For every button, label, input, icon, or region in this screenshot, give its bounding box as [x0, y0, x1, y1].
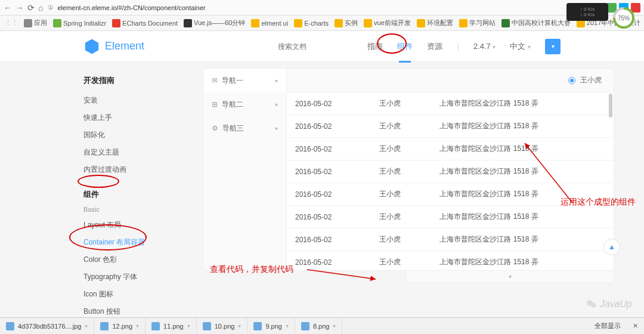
download-item[interactable]: 10.png▾	[197, 318, 248, 334]
expand-code-button[interactable]: ▾	[405, 271, 614, 283]
demo-container: ✉ 导航一▾⊞ 导航二▾⚙ 导航三▾ 王小虎 2016-05-02王小虎上海市普…	[203, 68, 614, 271]
svg-point-1	[591, 303, 596, 308]
sidebar-item[interactable]: Icon 图标	[83, 286, 203, 303]
aside-nav-item[interactable]: ⚙ 导航三▾	[203, 116, 286, 140]
chevron-down-icon: ▾	[275, 101, 278, 108]
url-text[interactable]: element-cn.eleme.io/#/zh-CN/component/co…	[57, 4, 205, 11]
sidebar-item[interactable]: 国际化	[83, 126, 203, 144]
url-info-icon[interactable]: ①	[48, 4, 54, 11]
sidebar-item[interactable]: Container 布局容器	[83, 234, 203, 251]
nav-icon: ⊞	[212, 100, 218, 109]
scrollbar-thumb[interactable]	[609, 94, 612, 117]
download-item[interactable]: 9.png▾	[247, 318, 295, 334]
table-row[interactable]: 2016-05-02王小虎上海市普陀区金沙江路 1518 弄	[287, 115, 614, 138]
chevron-down-icon: ▾	[275, 78, 278, 84]
bookmarks-bar: ⋮⋮应用Spring InitializrECharts DocumentVue…	[0, 16, 644, 31]
search-input[interactable]	[275, 38, 353, 55]
forward-button[interactable]: →	[16, 3, 24, 13]
bookmark-item[interactable]: 实例	[335, 18, 358, 27]
bookmark-item[interactable]: Spring Initializr	[53, 19, 106, 27]
download-item[interactable]: 8.png▾	[295, 318, 343, 334]
watermark: JavaUp	[586, 298, 632, 310]
table-row[interactable]: 2016-05-02王小虎上海市普陀区金沙江路 1518 弄	[287, 160, 614, 183]
table-row[interactable]: 2016-05-02王小虎上海市普陀区金沙江路 1518 弄	[287, 251, 614, 271]
theme-dropdown[interactable]: ▾	[545, 39, 561, 54]
lang-select[interactable]: 中文 ▾	[510, 39, 531, 54]
performance-badge[interactable]: 75%	[613, 7, 634, 29]
bookmark-item[interactable]: 中国高校计算机大赛	[501, 18, 571, 27]
aside-nav-item[interactable]: ✉ 导航一▾	[203, 69, 286, 92]
chevron-down-icon: ▾	[275, 125, 278, 132]
element-logo-icon	[83, 38, 100, 55]
sidebar-item[interactable]: Color 色彩	[83, 251, 203, 268]
sidebar-group-title: 组件	[83, 189, 203, 200]
bookmark-item[interactable]: elment ui	[251, 19, 288, 27]
file-icon	[151, 322, 160, 330]
file-icon	[100, 322, 109, 330]
site-header: Element 指南 组件 资源 | 2.4.7 ▾ 中文 ▾ ▾	[0, 31, 644, 62]
file-icon	[203, 322, 211, 330]
wechat-icon	[586, 298, 597, 310]
sidebar-item[interactable]: Typography 字体	[83, 268, 203, 286]
show-all-downloads[interactable]: 全部显示	[589, 321, 627, 330]
download-item[interactable]: 4d373bdb53176....jpg▾	[0, 318, 94, 334]
speed-widget: ↑ 0 K/s ↓ 0 K/s	[566, 3, 608, 21]
sidebar-item[interactable]: 快速上手	[83, 109, 203, 126]
file-icon	[253, 322, 262, 330]
user-label: 王小虎	[580, 75, 602, 85]
download-item[interactable]: 11.png▾	[145, 318, 197, 334]
nav-icon: ⚙	[212, 124, 218, 132]
downloads-bar: 4d373bdb53176....jpg▾12.png▾11.png▾10.pn…	[0, 317, 644, 334]
home-button[interactable]: ⌂	[38, 3, 43, 13]
sidebar-group-title: 开发指南	[83, 75, 203, 86]
bookmark-item[interactable]: 学习网站	[459, 18, 496, 27]
sidebar-item[interactable]: 自定义主题	[83, 144, 203, 161]
demo-aside-menu: ✉ 导航一▾⊞ 导航二▾⚙ 导航三▾	[203, 69, 287, 270]
file-icon	[301, 322, 309, 330]
bookmark-item[interactable]: E-charts	[294, 19, 329, 27]
bookmark-item[interactable]: ECharts Document	[112, 19, 178, 27]
demo-header: 王小虎	[287, 69, 614, 92]
reload-button[interactable]: ⟳	[27, 3, 35, 13]
radio-icon[interactable]	[568, 77, 575, 84]
bookmark-item[interactable]: Vue.js——60分钟	[184, 18, 245, 27]
scroll-top-button[interactable]: ▲	[603, 239, 620, 255]
table-row[interactable]: 2016-05-02王小虎上海市普陀区金沙江路 1518 弄	[287, 228, 614, 251]
version-select[interactable]: 2.4.7 ▾	[473, 39, 496, 53]
browser-toolbar: ← → ⟳ ⌂ ① element-cn.eleme.io/#/zh-CN/co…	[0, 0, 644, 16]
bookmark-item[interactable]: vue前端开发	[364, 18, 411, 27]
extension-icon[interactable]	[631, 3, 640, 13]
close-downloads-bar[interactable]: ✕	[627, 322, 644, 330]
table-row[interactable]: 2016-05-02王小虎上海市普陀区金沙江路 1518 弄	[287, 92, 614, 115]
nav-component[interactable]: 组件	[397, 39, 413, 54]
sidebar-item[interactable]: 安装	[83, 92, 203, 109]
bookmark-item[interactable]: 环境配置	[417, 18, 453, 27]
nav-resource[interactable]: 资源	[427, 39, 442, 54]
doc-sidebar: 开发指南 安装快速上手国际化自定义主题内置过渡动画 组件 Basic Layou…	[83, 62, 203, 330]
download-item[interactable]: 12.png▾	[94, 318, 145, 334]
aside-nav-item[interactable]: ⊞ 导航二▾	[203, 92, 286, 116]
demo-table[interactable]: 2016-05-02王小虎上海市普陀区金沙江路 1518 弄2016-05-02…	[287, 92, 614, 270]
sidebar-item[interactable]: 内置过渡动画	[83, 161, 203, 178]
brand-logo[interactable]: Element	[83, 38, 144, 55]
table-row[interactable]: 2016-05-02王小虎上海市普陀区金沙江路 1518 弄	[287, 206, 614, 228]
table-row[interactable]: 2016-05-02王小虎上海市普陀区金沙江路 1518 弄	[287, 138, 614, 160]
file-icon	[6, 322, 14, 330]
sidebar-subgroup: Basic	[83, 206, 203, 213]
table-row[interactable]: 2016-05-02王小虎上海市普陀区金沙江路 1518 弄	[287, 183, 614, 206]
nav-guide[interactable]: 指南	[367, 39, 383, 54]
bookmark-item[interactable]: 应用	[24, 18, 47, 27]
nav-icon: ✉	[212, 76, 218, 85]
sidebar-item[interactable]: Layout 布局	[83, 217, 203, 234]
back-button[interactable]: ←	[4, 3, 12, 13]
